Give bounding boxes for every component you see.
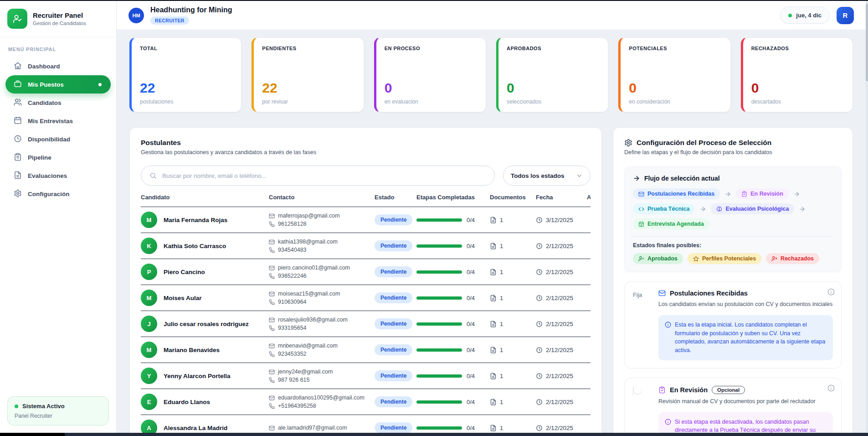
flow-stages: Postulaciones Recibidas En Revisi: [633, 188, 833, 229]
phone-icon: [269, 403, 275, 409]
application-date: 2/12/2025: [546, 243, 573, 249]
sidebar-item-label: Dashboard: [28, 63, 60, 70]
candidate-name: Mariano Benavides: [164, 347, 220, 353]
calendar-check-icon: [638, 221, 644, 227]
table-row[interactable]: P Piero Cancino piero.cancino01@gmail.co…: [141, 259, 591, 285]
scrollbar-thumb[interactable]: [866, 4, 868, 81]
stage-cards: Fija Postulaciones Recibidas Los candida…: [624, 281, 842, 433]
optional-badge: Opcional: [712, 386, 745, 394]
stat-label: POTENCIALES: [629, 46, 722, 51]
user-check-icon: [12, 14, 22, 24]
info-button[interactable]: [827, 384, 835, 394]
main-content: TOTAL 22 postulaciones PENDIENTES 22 por…: [117, 30, 866, 433]
candidate-avatar: M: [141, 212, 157, 228]
stage-toggle[interactable]: [633, 386, 634, 395]
sidebar-item[interactable]: Configuración: [5, 185, 111, 203]
table-row[interactable]: J Julio cesar rosales rodriguez rosalesj…: [141, 311, 591, 337]
flow-box: Flujo de selección actual Postulaciones …: [624, 166, 842, 272]
sidebar-item[interactable]: Disponibilidad: [5, 130, 111, 148]
final-state-badge: Rechazados: [766, 253, 819, 264]
document-icon: [490, 347, 497, 353]
system-status-box: Sistema Activo Panel Recruiter: [7, 396, 109, 426]
window-bottom-edge: [0, 433, 868, 436]
status-badge: Pendiente: [375, 292, 412, 303]
table-row[interactable]: E Eduardo Llanos eduardollanos100295@gma…: [141, 389, 591, 415]
final-state-label: Aprobados: [647, 255, 678, 262]
stage-description: Revisión manual de CV y documentos por p…: [658, 397, 833, 406]
sidebar-item[interactable]: Pipeline: [5, 148, 111, 166]
stages-progress-bar: [416, 374, 462, 378]
sidebar-item[interactable]: Mis Puestos: [5, 75, 111, 93]
vertical-scrollbar[interactable]: [866, 1, 868, 433]
final-state-badge: Perfiles Potenciales: [688, 253, 761, 264]
sidebar-item-label: Evaluaciones: [28, 172, 67, 179]
document-icon: [490, 373, 497, 379]
candidate-email: piero.cancino01@gmail.com: [278, 265, 350, 271]
table-row[interactable]: K Kathia Soto Carrasco kathia1398@gmail.…: [141, 233, 591, 259]
status-filter-select[interactable]: Todos los estados: [503, 166, 591, 186]
stages-progress-bar: [416, 426, 462, 430]
status-badge: Pendiente: [375, 422, 412, 433]
column-header: Acciones: [587, 194, 591, 201]
table-body: M Maria Fernanda Rojas maferrojasp@gmail…: [141, 207, 591, 433]
info-button[interactable]: [827, 288, 835, 297]
mail-icon: [638, 191, 644, 197]
app-logo: [7, 9, 27, 29]
application-date: 2/12/2025: [546, 321, 573, 327]
app-subtitle: Gestión de Candidatos: [33, 21, 86, 26]
table-row[interactable]: A Alessandra La Madrid ale.lamadrid97@gm…: [141, 415, 591, 433]
status-badge: Pendiente: [375, 266, 412, 277]
briefcase-icon: [14, 80, 22, 89]
table-row[interactable]: M Maria Fernanda Rojas maferrojasp@gmail…: [141, 207, 591, 233]
table-row[interactable]: Y Yenny Alarcon Portella jenny24e@gmail.…: [141, 363, 591, 389]
clock-icon: [536, 373, 543, 379]
sidebar-item[interactable]: Evaluaciones: [5, 166, 111, 185]
candidate-name: Yenny Alarcon Portella: [164, 373, 231, 379]
sidebar-item[interactable]: Mis Entrevistas: [5, 112, 111, 130]
stat-value: 0: [751, 81, 844, 95]
flow-stage-badge: Prueba Técnica: [633, 203, 695, 214]
candidate-avatar: Y: [141, 368, 157, 384]
document-count: 1: [500, 399, 503, 405]
horizontal-scrollbar-thumb[interactable]: [0, 433, 65, 436]
brain-icon: [716, 206, 722, 212]
sidebar-item-label: Mis Puestos: [28, 81, 64, 88]
config-panel: Configuración del Proceso de Selección D…: [613, 127, 853, 433]
sidebar-item[interactable]: Dashboard: [5, 57, 111, 75]
star-icon: [693, 256, 699, 262]
search-box: [141, 166, 495, 186]
sidebar-item-label: Configuración: [28, 191, 70, 197]
mail-icon: [269, 317, 275, 323]
candidate-avatar: A: [141, 420, 157, 433]
document-icon: [490, 269, 497, 275]
stages-progress-bar: [416, 348, 462, 352]
postulantes-panel: Postulantes Gestiona las postulaciones y…: [129, 127, 602, 433]
clock-icon: [536, 321, 543, 327]
candidate-name: Piero Cancino: [164, 269, 205, 275]
stat-label: TOTAL: [140, 46, 233, 51]
flow-stage-badge: Postulaciones Recibidas: [633, 188, 720, 199]
stat-card: APROBADOS 0 seleccionados: [496, 37, 608, 112]
mail-icon: [269, 291, 275, 297]
clipboard-icon: [14, 153, 22, 162]
clipboard-check-icon: [658, 386, 666, 394]
stat-value: 22: [140, 81, 233, 95]
stages-count: 0/4: [467, 347, 475, 353]
table-row[interactable]: M Mariano Benavides mnbenavid@gmail.com: [141, 337, 591, 363]
clock-icon: [536, 269, 543, 275]
chevron-down-icon: [576, 172, 583, 179]
sidebar-item[interactable]: Candidatos: [5, 93, 111, 112]
search-input[interactable]: [161, 172, 486, 180]
stat-card: RECHAZADOS 0 descartados: [741, 37, 853, 112]
document-count: 1: [500, 269, 503, 275]
table-row[interactable]: M Moises Aular moisesaz15@gmail.com: [141, 285, 591, 311]
clock-icon: [536, 243, 543, 249]
document-icon: [490, 243, 497, 249]
user-avatar[interactable]: R: [837, 7, 854, 24]
phone-icon: [269, 247, 275, 253]
candidate-email: eduardollanos100295@gmail.com: [278, 394, 365, 401]
final-state-label: Rechazados: [781, 255, 814, 262]
phone-icon: [269, 377, 275, 383]
window-top-edge: [0, 0, 868, 1]
flow-stage-badge: Entrevista Agendada: [633, 218, 709, 229]
